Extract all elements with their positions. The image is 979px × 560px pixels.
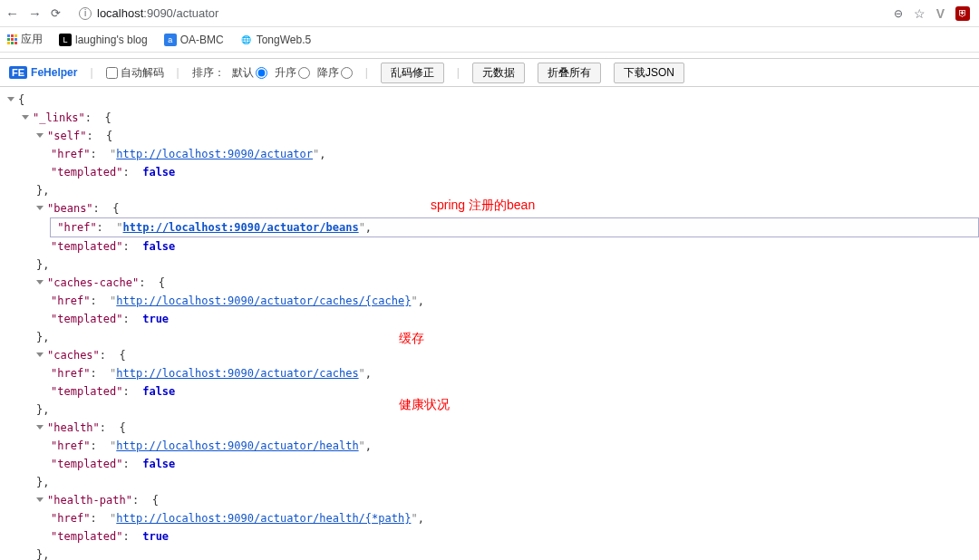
sort-options: 排序： 默认 升序 降序 bbox=[192, 65, 353, 81]
bookmark-label: TongWeb.5 bbox=[257, 34, 312, 46]
sort-desc-radio[interactable]: 降序 bbox=[317, 65, 353, 81]
metadata-button[interactable]: 元数据 bbox=[472, 63, 525, 83]
extension-v-icon[interactable]: V bbox=[936, 6, 945, 21]
bookmarks-bar: 应用 L laughing's blog a OA-BMC 🌐 TongWeb.… bbox=[0, 27, 979, 53]
selected-json-row[interactable]: "href": "http://localhost:9090/actuator/… bbox=[50, 217, 979, 237]
forward-button[interactable]: → bbox=[28, 5, 42, 21]
fold-all-button[interactable]: 折叠所有 bbox=[538, 63, 601, 83]
json-link[interactable]: http://localhost:9090/actuator/caches/{c… bbox=[116, 294, 411, 307]
toggle-icon[interactable] bbox=[36, 206, 44, 210]
bookmark-item[interactable]: a OA-BMC bbox=[164, 34, 224, 46]
favicon-icon: a bbox=[164, 34, 177, 46]
fix-encoding-button[interactable]: 乱码修正 bbox=[381, 63, 444, 83]
toggle-icon[interactable] bbox=[36, 280, 44, 285]
toggle-icon[interactable] bbox=[22, 115, 29, 120]
address-bar[interactable]: i localhost:9090/actuator bbox=[79, 6, 885, 20]
sort-label: 排序： bbox=[192, 65, 225, 81]
zoom-icon[interactable]: ⊖ bbox=[894, 7, 903, 20]
favicon-icon: L bbox=[59, 34, 72, 46]
bookmark-star-icon[interactable]: ☆ bbox=[914, 6, 926, 21]
download-json-button[interactable]: 下载JSON bbox=[614, 63, 684, 83]
json-link[interactable]: http://localhost:9090/actuator/health/{*… bbox=[116, 512, 411, 525]
toggle-icon[interactable] bbox=[36, 497, 44, 502]
bookmark-label: laughing's blog bbox=[75, 34, 148, 46]
back-button[interactable]: ← bbox=[5, 5, 19, 21]
json-viewer: { "_links": { "self": { "href": "http://… bbox=[0, 87, 979, 560]
apps-label: 应用 bbox=[21, 32, 43, 47]
annotation-beans: spring 注册的bean bbox=[431, 198, 535, 214]
site-info-icon[interactable]: i bbox=[79, 7, 92, 20]
url-text: localhost:9090/actuator bbox=[97, 6, 218, 20]
json-link[interactable]: http://localhost:9090/actuator/health bbox=[116, 439, 358, 452]
adblock-shield-icon[interactable]: ⛨ bbox=[955, 6, 970, 21]
auto-decode-checkbox[interactable]: 自动解码 bbox=[106, 65, 164, 81]
apps-grid-icon bbox=[7, 34, 17, 44]
toggle-icon[interactable] bbox=[36, 352, 44, 357]
browser-navigation-bar: ← → ⟳ i localhost:9090/actuator ⊖ ☆ V ⛨ bbox=[0, 0, 979, 27]
bookmark-label: OA-BMC bbox=[180, 34, 224, 46]
bookmark-item[interactable]: 🌐 TongWeb.5 bbox=[240, 34, 312, 46]
fehelper-toolbar: FEFeHelper | 自动解码 | 排序： 默认 升序 降序 | 乱码修正 … bbox=[0, 58, 979, 87]
reload-button[interactable]: ⟳ bbox=[51, 6, 61, 20]
annotation-health: 健康状况 bbox=[399, 397, 450, 413]
toggle-icon[interactable] bbox=[36, 425, 44, 430]
fehelper-logo[interactable]: FEFeHelper bbox=[9, 66, 77, 79]
toggle-icon[interactable] bbox=[36, 133, 44, 138]
sort-default-radio[interactable]: 默认 bbox=[232, 65, 267, 81]
bookmark-item[interactable]: L laughing's blog bbox=[59, 34, 148, 46]
sort-asc-radio[interactable]: 升序 bbox=[275, 65, 310, 81]
json-link[interactable]: http://localhost:9090/actuator bbox=[116, 148, 313, 160]
json-link[interactable]: http://localhost:9090/actuator/beans bbox=[123, 221, 359, 234]
json-link[interactable]: http://localhost:9090/actuator/caches bbox=[116, 367, 358, 380]
toggle-icon[interactable] bbox=[7, 97, 15, 101]
apps-shortcut[interactable]: 应用 bbox=[7, 32, 43, 47]
globe-icon: 🌐 bbox=[240, 34, 253, 46]
annotation-caches: 缓存 bbox=[399, 331, 424, 347]
